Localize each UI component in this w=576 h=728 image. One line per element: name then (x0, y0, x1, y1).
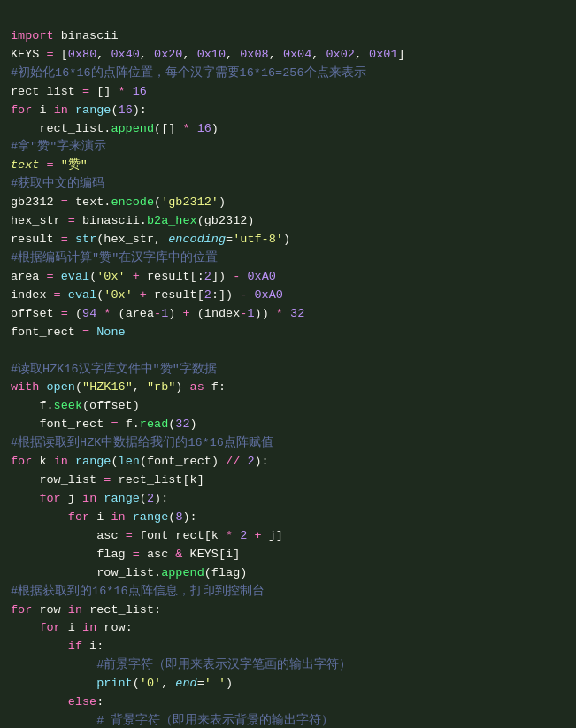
code-editor: import binascii KEYS = [0x80, 0x40, 0x20… (11, 9, 565, 728)
